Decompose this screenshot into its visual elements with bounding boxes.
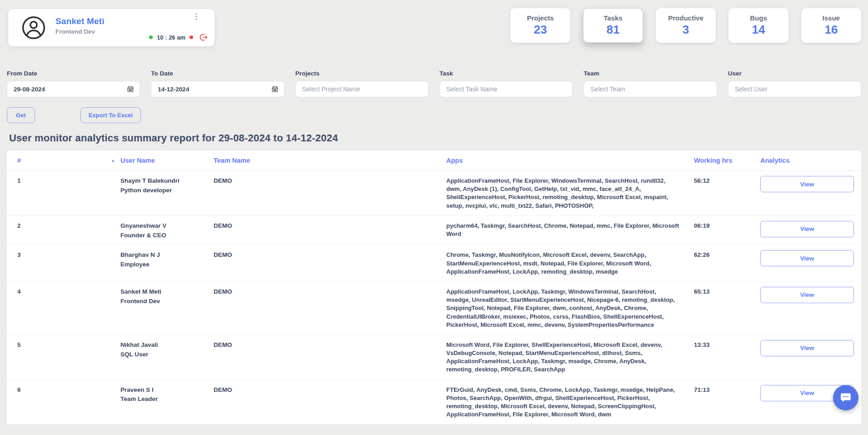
online-status-dot [149, 35, 153, 39]
calendar-icon[interactable] [271, 85, 279, 93]
filter-label: Task [439, 70, 573, 77]
stat-value: 3 [683, 23, 689, 37]
view-button[interactable]: View [760, 176, 854, 192]
sort-asc-icon[interactable]: ▲ [111, 158, 115, 163]
stat-card-productive[interactable]: Productive 3 [656, 8, 716, 43]
cell-user-role: Frontend Dev [120, 297, 214, 305]
summary-table: # ▲ User Name Team Name Apps Working hrs… [7, 150, 861, 425]
cell-apps: FTErGuid, AnyDesk, cmd, Ssms, Chrome, Lo… [446, 386, 694, 419]
cell-team: DEMO [214, 341, 446, 349]
filter-task: Task Select Task Name [439, 70, 573, 97]
cell-analytics: View [760, 341, 861, 356]
chat-bubble-icon [840, 392, 852, 404]
cell-analytics: View [760, 177, 861, 192]
cell-working-hrs: 56:12 [694, 177, 760, 185]
cell-team: DEMO [214, 288, 446, 296]
cell-team: DEMO [214, 177, 446, 185]
view-button[interactable]: View [760, 340, 854, 356]
cell-index: 2 [7, 222, 120, 230]
cell-user: Sanket M Meti Frontend Dev [120, 288, 214, 305]
cell-analytics: View [760, 222, 861, 237]
cell-user-name: Praveen S I [120, 386, 154, 393]
cell-user-role: Employee [120, 260, 214, 269]
cell-user-role: SQL User [120, 350, 214, 359]
header-index[interactable]: # ▲ [7, 157, 120, 164]
table-row: 5 Nikhat Javali SQL User DEMO Microsoft … [7, 335, 861, 380]
stat-card-bugs[interactable]: Bugs 14 [728, 8, 788, 43]
header-team-name[interactable]: Team Name [214, 157, 446, 164]
stat-value: 16 [825, 23, 838, 37]
report-title: User monitor analytics summary report fo… [9, 132, 868, 144]
filter-team: Team Select Team [584, 70, 717, 97]
stat-value: 23 [534, 23, 547, 37]
cell-team: DEMO [214, 222, 446, 230]
table-row: 2 Gnyaneshwar V Founder & CEO DEMO pycha… [7, 216, 861, 245]
cell-user: Nikhat Javali SQL User [120, 341, 214, 359]
stat-label: Issue [823, 14, 840, 22]
cell-team: DEMO [214, 251, 446, 259]
cell-index: 1 [7, 177, 120, 185]
filter-label: To Date [151, 70, 284, 77]
cell-user-role: Python developer [120, 186, 214, 195]
cell-index: 4 [7, 288, 120, 296]
cell-working-hrs: 06:19 [694, 222, 760, 230]
cell-index: 5 [7, 341, 120, 349]
cell-working-hrs: 13:33 [694, 341, 760, 349]
clock-time: 10 : 26 am [157, 34, 185, 41]
calendar-icon[interactable] [127, 85, 134, 93]
filter-bar: From Date 29-08-2024 To Date 14-12-2024 [0, 70, 868, 97]
select-input[interactable]: Select Team [584, 81, 717, 97]
kebab-menu-icon[interactable]: ⋮ [192, 13, 200, 20]
cell-user-name: Sanket M Meti [120, 288, 161, 295]
cell-working-hrs: 65:13 [694, 288, 760, 296]
cell-user-name: Bharghav N J [120, 251, 160, 258]
status-row: 10 : 26 am [149, 33, 208, 42]
header-working-hrs[interactable]: Working hrs [694, 157, 760, 164]
filter-to-date: To Date 14-12-2024 [151, 70, 284, 97]
stat-label: Projects [527, 14, 554, 22]
header-apps[interactable]: Apps [446, 157, 694, 164]
view-button[interactable]: View [760, 287, 854, 303]
filter-label: From Date [7, 70, 140, 77]
cell-user: Gnyaneshwar V Founder & CEO [120, 222, 214, 240]
get-button[interactable]: Get [7, 107, 35, 123]
header-analytics[interactable]: Analytics [760, 157, 861, 164]
stat-value: 14 [752, 23, 765, 37]
logout-icon[interactable] [199, 33, 208, 42]
export-to-excel-button[interactable]: Export To Excel [80, 107, 141, 123]
stat-card-tasks[interactable]: Tasks 81 [583, 8, 643, 43]
user-name: Sanket Meti [55, 16, 105, 26]
table-body: 1 Shaym T Balekundri Python developer DE… [7, 171, 861, 425]
cell-index: 3 [7, 251, 120, 259]
table-row: 6 Praveen S I Team Leader DEMO FTErGuid,… [7, 380, 861, 425]
filter-label: Projects [295, 70, 429, 77]
header-user-name[interactable]: User Name [120, 157, 214, 164]
cell-working-hrs: 71:13 [694, 386, 760, 394]
cell-user-name: Nikhat Javali [120, 341, 158, 348]
cell-user-role: Founder & CEO [120, 231, 214, 240]
table-row: 3 Bharghav N J Employee DEMO Chrome, Tas… [7, 245, 861, 282]
cell-user-role: Team Leader [120, 395, 214, 403]
top-bar: Sanket Meti Frontend Dev ⋮ 10 : 26 am Pr… [0, 0, 868, 54]
cell-apps: pycharm64, Taskmgr, SearchHost, Chrome, … [446, 222, 694, 238]
filter-label: Team [584, 70, 717, 77]
date-input[interactable]: 14-12-2024 [151, 81, 284, 97]
stat-card-projects[interactable]: Projects 23 [510, 8, 570, 43]
select-input[interactable]: Select Task Name [439, 81, 573, 97]
cell-index: 6 [7, 386, 120, 394]
table-row: 4 Sanket M Meti Frontend Dev DEMO Applic… [7, 282, 861, 335]
view-button[interactable]: View [760, 250, 854, 266]
chat-fab-button[interactable] [833, 385, 858, 410]
stat-label: Productive [668, 14, 703, 22]
cell-analytics: View [760, 251, 861, 266]
date-input[interactable]: 29-08-2024 [7, 81, 140, 97]
select-input[interactable]: Select Project Name [295, 81, 429, 97]
filter-projects: Projects Select Project Name [295, 70, 429, 97]
select-input[interactable]: Select User [728, 81, 861, 97]
cell-user: Praveen S I Team Leader [120, 386, 214, 404]
stat-card-issue[interactable]: Issue 16 [801, 8, 861, 43]
view-button[interactable]: View [760, 221, 854, 237]
cell-apps: ApplicationFrameHost, File Explorer, Win… [446, 177, 694, 210]
cell-user-name: Gnyaneshwar V [120, 222, 166, 229]
cell-apps: ApplicationFrameHost, LockApp, Taskmgr, … [446, 288, 694, 329]
